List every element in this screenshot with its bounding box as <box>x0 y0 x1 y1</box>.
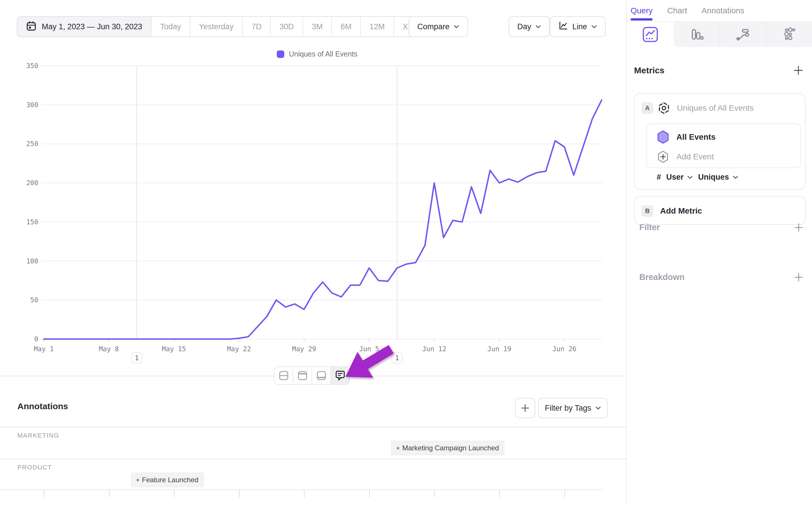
event-list-card: All Events Add Event <box>646 123 801 168</box>
y-tick-label: 150 <box>26 218 38 226</box>
line-chart-view-icon[interactable] <box>627 22 673 47</box>
aggregation-row: # User Uniques <box>657 173 738 182</box>
x-tick-label: Jun 19 <box>487 345 512 353</box>
compare-button[interactable]: Compare <box>409 16 468 37</box>
add-filter-plus-icon[interactable] <box>794 223 803 232</box>
series-line-Uniques of All Events <box>44 100 602 339</box>
y-tick-label: 350 <box>26 62 38 70</box>
chevron-down-icon <box>535 25 541 28</box>
tab-chart[interactable]: Chart <box>667 0 687 21</box>
filter-by-tags-label: Filter by Tags <box>545 404 591 413</box>
metric-b-badge: B <box>642 205 653 217</box>
function-dropdown[interactable]: Uniques <box>698 173 738 182</box>
add-event-row[interactable]: Add Event <box>657 150 714 163</box>
view-type-strip <box>673 22 812 47</box>
x-tick-label: Jun 26 <box>552 345 576 353</box>
x-tick-label: Jun 12 <box>422 345 446 353</box>
y-tick-label: 0 <box>34 335 38 343</box>
preset-button-3m[interactable]: 3M <box>302 17 332 36</box>
preset-button-6m[interactable]: 6M <box>331 17 360 36</box>
tab-annotations[interactable]: Annotations <box>702 0 744 21</box>
panel-top-icon[interactable] <box>293 367 311 384</box>
annotation-chip-label: Feature Launched <box>142 476 198 484</box>
line-chart-icon <box>558 21 568 33</box>
annotation-dot-icon <box>137 479 139 481</box>
tab-query[interactable]: Query <box>631 0 653 21</box>
grid-dots-view-icon[interactable] <box>766 22 812 47</box>
x-tick-label: May 8 <box>99 345 119 353</box>
chevron-down-icon <box>733 176 738 179</box>
annotation-count-badge[interactable]: 1 <box>131 352 142 363</box>
calendar-icon <box>26 20 36 33</box>
add-breakdown-plus-icon[interactable] <box>794 273 803 282</box>
preset-button-yesterday[interactable]: Yesterday <box>190 17 242 36</box>
chevron-down-icon <box>454 25 459 28</box>
annotation-count-badge[interactable]: 1 <box>391 352 402 363</box>
y-tick-label: 200 <box>26 179 38 187</box>
ruler-tick <box>369 490 370 497</box>
annotations-timeline-ruler <box>0 489 603 490</box>
date-range-control: May 1, 2023 — Jun 30, 2023 TodayYesterda… <box>17 16 436 37</box>
metric-a-title: Uniques of All Events <box>677 103 754 113</box>
annotation-chip[interactable]: Marketing Campaign Launched <box>391 441 505 455</box>
metric-card-a[interactable]: A Uniques of All Events All Events <box>634 93 806 189</box>
view-type-row <box>627 22 812 47</box>
preset-button-12m[interactable]: 12M <box>360 17 393 36</box>
add-metric-plus-icon[interactable] <box>794 66 803 75</box>
add-event-hexagon-icon <box>657 150 669 163</box>
panel-tab-bar: QueryChartAnnotations <box>627 0 812 22</box>
lane-divider <box>0 458 626 459</box>
chevron-down-icon <box>595 406 601 410</box>
y-tick-label: 50 <box>30 296 38 304</box>
compare-label: Compare <box>417 22 449 31</box>
main-area: May 1, 2023 — Jun 30, 2023 TodayYesterda… <box>0 0 626 506</box>
legend-label: Uniques of All Events <box>289 50 357 58</box>
date-range-label: May 1, 2023 — Jun 30, 2023 <box>42 22 142 31</box>
x-tick-label: May 22 <box>227 345 251 353</box>
metric-a-badge: A <box>642 102 653 114</box>
ruler-tick <box>434 490 435 497</box>
preset-button-30d[interactable]: 30D <box>270 17 302 36</box>
granularity-button[interactable]: Day <box>509 16 550 37</box>
date-range-button[interactable]: May 1, 2023 — Jun 30, 2023 <box>17 17 151 36</box>
flow-view-icon[interactable] <box>720 22 766 47</box>
ruler-tick <box>499 490 500 497</box>
metrics-header: Metrics <box>634 66 803 75</box>
metrics-heading: Metrics <box>634 66 664 75</box>
panel-bottom-icon[interactable] <box>311 367 330 384</box>
legend-swatch <box>277 51 284 58</box>
bar-chart-view-icon[interactable] <box>673 22 720 47</box>
ruler-tick <box>44 490 44 497</box>
annotations-section-title: Annotations <box>17 401 68 411</box>
filter-by-tags-button[interactable]: Filter by Tags <box>538 398 608 418</box>
preset-button-today[interactable]: Today <box>151 17 190 36</box>
entity-dropdown[interactable]: User <box>666 173 693 182</box>
y-tick-label: 250 <box>26 140 38 148</box>
split-rows-icon[interactable] <box>274 367 293 384</box>
chart-legend[interactable]: Uniques of All Events <box>277 50 357 58</box>
preset-button-7d[interactable]: 7D <box>242 17 270 36</box>
event-row-all-events[interactable]: All Events <box>656 130 716 144</box>
ruler-tick <box>174 490 174 497</box>
query-side-panel: QueryChartAnnotations <box>626 0 812 506</box>
ruler-tick <box>564 490 565 497</box>
annotation-chip[interactable]: Feature Launched <box>131 473 204 487</box>
metric-card-b-add-metric[interactable]: B Add Metric <box>634 196 806 225</box>
x-tick-label: May 29 <box>292 345 316 353</box>
y-tick-label: 100 <box>26 257 38 265</box>
x-tick-label: Jun 5 <box>359 345 379 353</box>
add-event-label: Add Event <box>676 152 714 161</box>
breakdown-header: Breakdown <box>639 272 803 282</box>
lane-label-product: PRODUCT <box>17 464 52 471</box>
metric-settings-icon[interactable] <box>657 101 670 115</box>
event-hexagon-icon <box>656 130 670 144</box>
add-annotation-button[interactable] <box>515 398 535 418</box>
chart-type-button[interactable]: Line <box>550 16 606 37</box>
chevron-down-icon <box>687 176 693 179</box>
filter-heading: Filter <box>639 223 660 232</box>
annotations-bubble-icon[interactable] <box>330 367 349 384</box>
lane-divider <box>0 427 626 427</box>
ruler-tick <box>239 490 240 497</box>
chart-type-label: Line <box>572 22 587 31</box>
count-symbol: # <box>657 173 661 182</box>
